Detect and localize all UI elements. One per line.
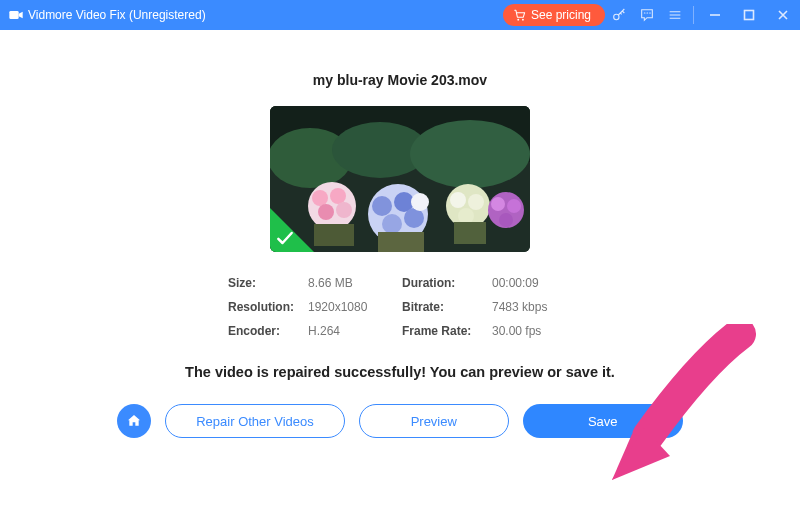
label-duration: Duration: <box>402 276 488 290</box>
window-minimize-button[interactable] <box>698 0 732 30</box>
svg-point-26 <box>491 197 505 211</box>
content-area: my blu-ray Movie 203.mov <box>0 30 800 514</box>
svg-point-11 <box>312 190 328 206</box>
svg-point-12 <box>330 188 346 204</box>
repair-other-videos-label: Repair Other Videos <box>196 414 314 429</box>
menu-icon[interactable] <box>661 0 689 30</box>
svg-rect-0 <box>9 11 18 19</box>
see-pricing-label: See pricing <box>531 8 591 22</box>
preview-label: Preview <box>411 414 457 429</box>
svg-point-18 <box>382 214 402 234</box>
titlebar: Vidmore Video Fix (Unregistered) See pri… <box>0 0 800 30</box>
svg-point-20 <box>411 193 429 211</box>
label-resolution: Resolution: <box>228 300 304 314</box>
file-name: my blu-ray Movie 203.mov <box>313 72 487 88</box>
window-close-button[interactable] <box>766 0 800 30</box>
register-key-icon[interactable] <box>605 0 633 30</box>
svg-rect-4 <box>745 11 754 20</box>
app-logo: Vidmore Video Fix (Unregistered) <box>8 7 206 23</box>
video-thumbnail <box>270 106 530 252</box>
svg-point-23 <box>468 194 484 210</box>
feedback-icon[interactable] <box>633 0 661 30</box>
app-title: Vidmore Video Fix (Unregistered) <box>28 8 206 22</box>
value-duration: 00:00:09 <box>492 276 572 290</box>
svg-point-27 <box>507 199 521 213</box>
repair-other-videos-button[interactable]: Repair Other Videos <box>165 404 345 438</box>
svg-point-19 <box>404 208 424 228</box>
titlebar-divider <box>693 6 694 24</box>
label-framerate: Frame Rate: <box>402 324 488 338</box>
svg-rect-30 <box>378 232 424 252</box>
see-pricing-button[interactable]: See pricing <box>503 4 605 26</box>
label-encoder: Encoder: <box>228 324 304 338</box>
svg-point-24 <box>458 208 474 224</box>
svg-point-2 <box>522 19 524 21</box>
button-row: Repair Other Videos Preview Save <box>117 404 683 438</box>
window-maximize-button[interactable] <box>732 0 766 30</box>
preview-button[interactable]: Preview <box>359 404 509 438</box>
video-info: Size: 8.66 MB Duration: 00:00:09 Resolut… <box>228 276 572 338</box>
save-label: Save <box>588 414 618 429</box>
save-button[interactable]: Save <box>523 404 683 438</box>
value-bitrate: 7483 kbps <box>492 300 572 314</box>
value-resolution: 1920x1080 <box>308 300 398 314</box>
svg-point-13 <box>318 204 334 220</box>
svg-rect-31 <box>454 222 486 244</box>
svg-point-16 <box>372 196 392 216</box>
home-button[interactable] <box>117 404 151 438</box>
success-message: The video is repaired successfully! You … <box>185 364 615 380</box>
check-icon <box>275 228 295 248</box>
svg-point-3 <box>614 14 619 19</box>
value-framerate: 30.00 fps <box>492 324 572 338</box>
svg-point-1 <box>517 19 519 21</box>
svg-rect-29 <box>314 224 354 246</box>
svg-point-22 <box>450 192 466 208</box>
svg-point-14 <box>336 202 352 218</box>
svg-point-28 <box>499 213 513 227</box>
label-bitrate: Bitrate: <box>402 300 488 314</box>
svg-point-9 <box>410 120 530 188</box>
value-encoder: H.264 <box>308 324 398 338</box>
label-size: Size: <box>228 276 304 290</box>
value-size: 8.66 MB <box>308 276 398 290</box>
